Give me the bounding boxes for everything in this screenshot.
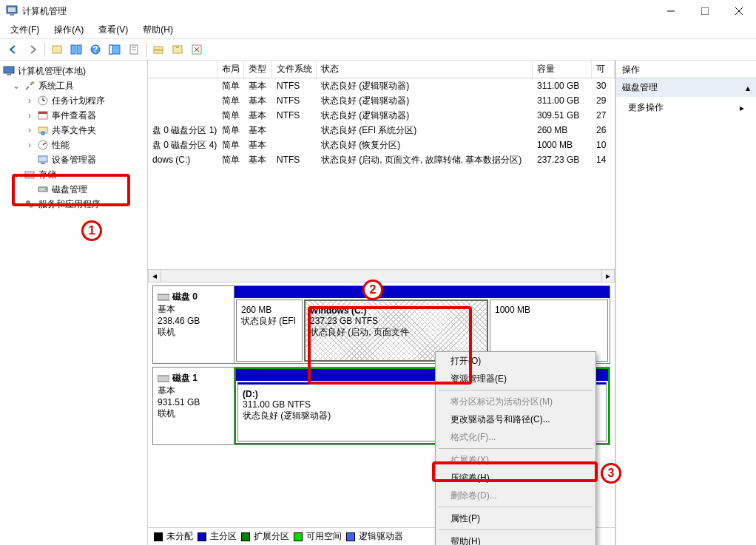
expand-icon[interactable]: › (25, 110, 34, 121)
table-row[interactable]: 简单 基本 NTFS 状态良好 (逻辑驱动器) 311.00 GB 30 (148, 78, 615, 93)
tree-root[interactable]: 计算机管理(本地) (0, 64, 147, 78)
table-row[interactable]: 盘 0 磁盘分区 1) 简单 基本 状态良好 (EFI 系统分区) 260 MB… (148, 123, 615, 138)
part-status: 状态良好 (启动, 页面文件 (310, 326, 482, 339)
toolbar-btn-7[interactable] (149, 41, 167, 58)
cell-cap: 309.51 GB (533, 110, 592, 121)
svg-rect-24 (7, 74, 11, 75)
toolbar-btn-8[interactable] (169, 41, 186, 58)
maximize-button[interactable] (688, 0, 722, 22)
h-scrollbar[interactable]: ◂ ▸ (148, 269, 615, 282)
menu-view[interactable]: 查看(V) (91, 22, 135, 38)
tree-disk-management[interactable]: 磁盘管理 (0, 182, 147, 197)
toolbar-btn-9[interactable] (188, 41, 206, 58)
window-title: 计算机管理 (22, 5, 654, 18)
cell-vol: dows (C:) (148, 155, 217, 165)
cell-type: 基本 (244, 124, 272, 137)
scroll-right-icon[interactable]: ▸ (601, 269, 615, 282)
th-type[interactable]: 类型 (244, 61, 272, 78)
tree-storage[interactable]: ⌄ 存储 (0, 167, 147, 182)
tree-system-tools[interactable]: ⌄ 系统工具 (0, 78, 147, 93)
ctx-help[interactable]: 帮助(H) (436, 532, 595, 545)
ctx-explorer[interactable]: 资源管理器(E) (436, 370, 595, 387)
cell-status: 状态良好 (逻辑驱动器) (317, 109, 533, 122)
scroll-track[interactable] (161, 269, 601, 282)
table-row[interactable]: 简单 基本 NTFS 状态良好 (逻辑驱动器) 309.51 GB 27 (148, 108, 615, 123)
minimize-button[interactable] (654, 0, 688, 22)
more-actions[interactable]: 更多操作 ▸ (616, 97, 756, 118)
tree-event-viewer[interactable]: › 事件查看器 (0, 108, 147, 123)
app-icon (6, 5, 18, 17)
th-filesystem[interactable]: 文件系统 (272, 61, 317, 78)
properties-button[interactable] (125, 41, 143, 58)
ctx-separator (439, 529, 593, 530)
cell-avail: 29 (592, 95, 615, 106)
tools-icon (24, 80, 36, 92)
legend-logical: 逻辑驱动器 (346, 530, 403, 543)
storage-icon (24, 169, 36, 180)
context-menu: 打开(O) 资源管理器(E) 将分区标记为活动分区(M) 更改驱动器号和路径(C… (435, 351, 596, 545)
table-row[interactable]: 盘 0 磁盘分区 4) 简单 基本 状态良好 (恢复分区) 1000 MB 10 (148, 138, 615, 152)
tree-device-manager[interactable]: 设备管理器 (0, 152, 147, 167)
ctx-properties[interactable]: 属性(P) (436, 510, 595, 527)
th-layout[interactable]: 布局 (217, 61, 244, 78)
table-row[interactable]: dows (C:) 简单 基本 NTFS 状态良好 (启动, 页面文件, 故障转… (148, 152, 615, 167)
svg-point-39 (45, 189, 47, 190)
disk-0-label[interactable]: 磁盘 0 基本 238.46 GB 联机 (153, 286, 234, 363)
up-button[interactable] (48, 41, 66, 58)
help-button[interactable]: ? (87, 41, 104, 58)
legend-label: 扩展分区 (254, 530, 289, 543)
ctx-open[interactable]: 打开(O) (436, 352, 595, 370)
collapse-icon[interactable]: ▴ (746, 83, 750, 93)
expand-icon[interactable]: › (25, 95, 34, 106)
svg-rect-13 (109, 45, 112, 54)
ctx-shrink[interactable]: 压缩卷(H)... (436, 469, 595, 487)
tree-label: 性能 (52, 139, 70, 152)
ctx-extend: 扩展卷(X)... (436, 451, 595, 469)
cell-layout: 简单 (217, 109, 244, 122)
ctx-change-letter[interactable]: 更改驱动器号和路径(C)... (436, 410, 595, 428)
svg-rect-7 (53, 46, 61, 53)
legend-label: 未分配 (166, 530, 193, 543)
expand-icon[interactable]: › (25, 125, 34, 135)
disk-1-label[interactable]: 磁盘 1 基本 931.51 GB 联机 (153, 368, 234, 444)
section-label: 磁盘管理 (622, 81, 658, 94)
tree-performance[interactable]: › 性能 (0, 138, 147, 152)
disk-1-status: 联机 (158, 407, 229, 420)
expand-icon[interactable]: › (12, 199, 21, 209)
cell-layout: 简单 (217, 95, 244, 107)
menu-file[interactable]: 文件(F) (3, 22, 47, 38)
collapse-icon[interactable]: ⌄ (12, 81, 21, 91)
th-volume[interactable] (148, 61, 217, 78)
ctx-separator (439, 390, 593, 390)
disk-1-size: 931.51 GB (158, 397, 229, 407)
tree-shared-folders[interactable]: › 共享文件夹 (0, 123, 147, 138)
disk-0-size: 238.46 GB (158, 316, 229, 326)
tree-services-apps[interactable]: › 服务和应用程序 (0, 197, 147, 211)
scroll-left-icon[interactable]: ◂ (148, 269, 161, 282)
svg-rect-18 (154, 50, 163, 53)
svg-rect-8 (71, 45, 75, 54)
menu-action[interactable]: 操作(A) (47, 22, 91, 38)
main-area: 计算机管理(本地) ⌄ 系统工具 › 任务计划程序 › 事件查看器 › 共享文件… (0, 61, 756, 545)
svg-rect-35 (41, 163, 45, 164)
expand-icon[interactable]: › (25, 140, 34, 150)
forward-button[interactable] (24, 41, 41, 58)
show-hide-button[interactable] (67, 41, 85, 58)
collapse-icon[interactable]: ⌄ (12, 169, 21, 180)
cell-fs: NTFS (272, 81, 317, 91)
back-button[interactable] (4, 41, 22, 58)
actions-section[interactable]: 磁盘管理 ▴ (616, 78, 756, 97)
close-button[interactable] (722, 0, 756, 22)
toolbar-btn-5[interactable] (106, 41, 124, 58)
disk-0-partition-efi[interactable]: 260 MB 状态良好 (EFI (236, 299, 303, 362)
th-available[interactable]: 可 (592, 61, 615, 78)
table-row[interactable]: 简单 基本 NTFS 状态良好 (逻辑驱动器) 311.00 GB 29 (148, 93, 615, 108)
menu-help[interactable]: 帮助(H) (135, 22, 180, 38)
table-header: 布局 类型 文件系统 状态 容量 可 (148, 61, 615, 78)
tree-task-scheduler[interactable]: › 任务计划程序 (0, 93, 147, 108)
th-status[interactable]: 状态 (317, 61, 533, 78)
perf-icon (37, 139, 49, 151)
legend-unallocated: 未分配 (154, 530, 193, 543)
disk-0-type: 基本 (158, 303, 229, 316)
th-capacity[interactable]: 容量 (533, 61, 592, 78)
